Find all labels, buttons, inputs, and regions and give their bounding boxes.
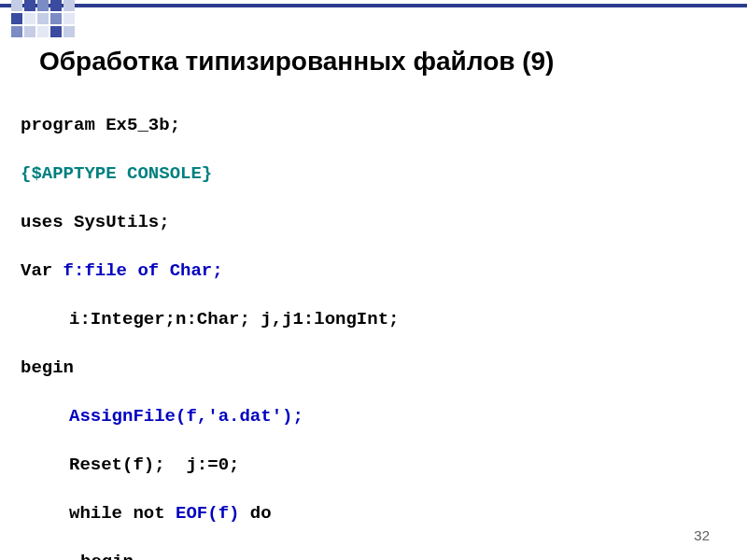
code-line: f:file of Char; [63,260,223,281]
code-line: while not [69,503,176,524]
code-line: i:Integer;n:Char; j,j1:longInt; [69,309,399,329]
code-line: Reset(f); j:=0; [69,455,239,475]
code-line: program Ex5_3b; [21,115,180,135]
code-block: program Ex5_3b; {$APPTYPE CONSOLE} uses … [21,89,594,560]
code-line: begin [21,357,74,378]
code-line: Var [21,260,63,281]
code-line: AssignFile(f,'a.dat'); [69,406,303,427]
page-number: 32 [694,527,710,543]
header-accent-line [0,4,747,7]
code-line: {$APPTYPE CONSOLE} [21,163,212,184]
slide-title: Обработка типизированных файлов (9) [39,47,554,77]
code-line: do [239,503,271,524]
code-line: uses SysUtils; [21,212,170,232]
slide-header-decoration [0,0,747,37]
code-line: begin [80,552,134,560]
code-line: EOF(f) [176,503,239,524]
header-squares-pattern [11,0,75,39]
